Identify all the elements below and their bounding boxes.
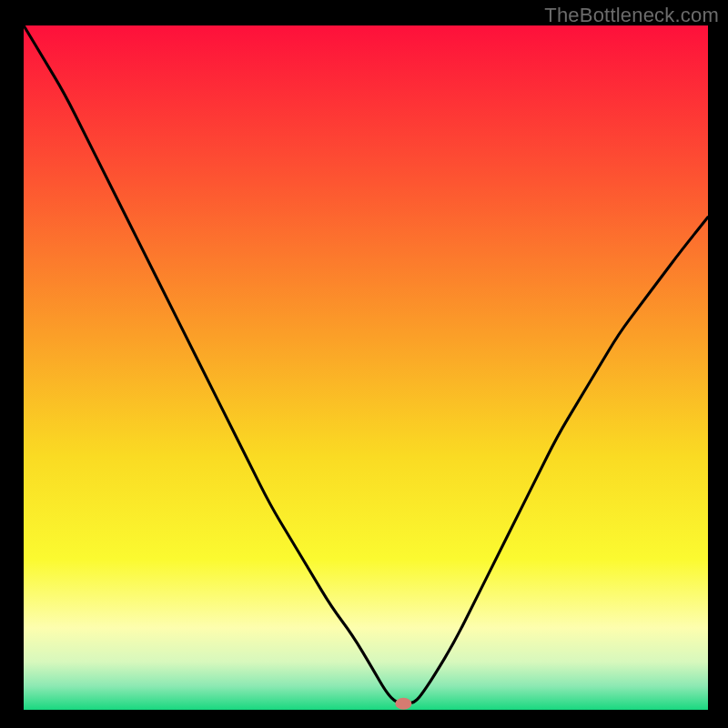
chart-area: [24, 25, 708, 710]
chart-frame: TheBottleneck.com: [0, 0, 728, 728]
watermark-text: TheBottleneck.com: [544, 4, 719, 27]
gradient-background: [24, 25, 708, 710]
chart-svg: [24, 25, 708, 710]
marker-dot: [395, 698, 411, 710]
